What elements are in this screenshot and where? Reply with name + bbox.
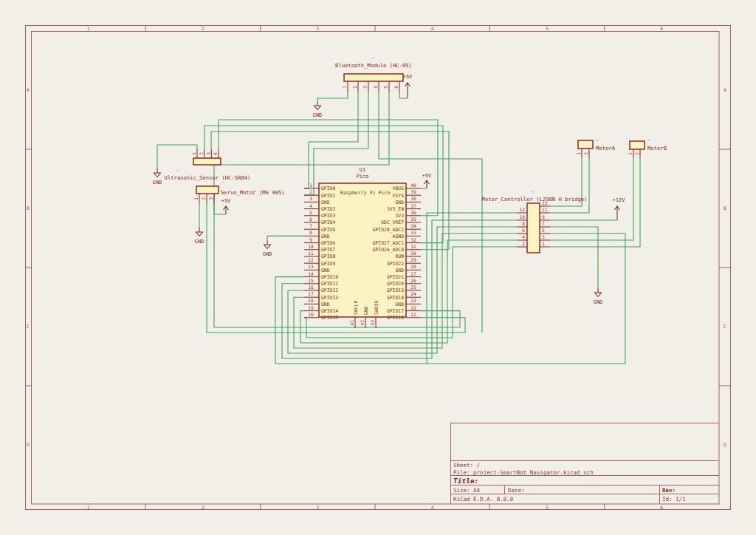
bluetooth-module-body[interactable] <box>344 74 403 81</box>
pin-name: GND <box>321 301 330 307</box>
pin-number: 36 <box>410 210 416 215</box>
power-gnd-label: GND <box>263 251 272 257</box>
pin-number: 3 <box>309 196 312 201</box>
grid-column-label: 2 <box>202 505 205 511</box>
pin-name: GND <box>395 268 404 273</box>
pin-name: GPIO10 <box>321 274 338 280</box>
pin-number: 11 <box>542 207 548 212</box>
pin-number: 11 <box>308 251 314 256</box>
wire[interactable] <box>304 92 368 195</box>
pin-name: GND <box>321 234 330 239</box>
pin-name: 3V3_EN <box>387 206 404 212</box>
wire[interactable] <box>304 92 358 188</box>
motor-controller-body[interactable] <box>527 203 540 253</box>
schematic-canvas[interactable]: Sheet: / File: project-SmartBot_Navigato… <box>0 0 756 535</box>
grid-row-label: A <box>724 87 726 93</box>
bluetooth-value-placeholder: ~ <box>371 55 374 61</box>
pin-number: 14 <box>308 271 314 276</box>
pin-name: GPIO28_ADC2 <box>373 227 404 233</box>
power-gnd-symbol[interactable]: GND <box>313 101 323 118</box>
pin-number: 21 <box>410 312 416 317</box>
grid-row-label: D <box>724 442 726 448</box>
motor-controller-value-placeholder: ~ <box>532 189 535 195</box>
pin-number: 1 <box>542 241 545 246</box>
pin-name: ADC_VREF <box>381 219 404 225</box>
pico-body-label: Raspberry Pi Pico <box>340 190 391 196</box>
power-5v-label: +5V <box>221 198 231 204</box>
wire[interactable] <box>267 236 304 240</box>
titleblock-sheet: Sheet: / <box>453 462 480 468</box>
pin-name: GND <box>363 306 369 315</box>
pin-number: 1 <box>193 197 199 200</box>
ultrasonic-label: Ultrasonic_Sensor (HC-SR04) <box>165 174 251 181</box>
grid-column-label: 4 <box>431 505 434 511</box>
pin-number: 9 <box>542 214 545 219</box>
bluetooth-label: Bluetooth_Module (HC-05) <box>335 62 412 69</box>
pin-name: GPIO3 <box>321 213 335 219</box>
power-gnd-label: GND <box>195 239 205 245</box>
power-gnd-symbol[interactable]: GND <box>594 288 603 305</box>
pin-number: 27 <box>410 271 416 276</box>
pico-value: Pico <box>357 174 369 180</box>
motor-b-body[interactable] <box>630 141 645 149</box>
pin-number: 18 <box>308 298 314 303</box>
pin-number: 1 <box>576 152 581 155</box>
pin-number: 1 <box>628 152 633 155</box>
pin-name: GPIO1 <box>321 193 335 199</box>
pin-name: GPIO4 <box>321 219 335 225</box>
grid-row-label: B <box>724 205 726 211</box>
pin-name: GPIO7 <box>321 247 335 253</box>
servo-label: Servo_Motor (MG 995) <box>221 189 285 196</box>
pin-name: GND <box>395 200 404 205</box>
pin-number: 1 <box>342 86 347 89</box>
pin-name: GPIO21 <box>387 274 404 280</box>
wire[interactable] <box>317 92 348 101</box>
pin-name: GPIO18 <box>387 295 404 301</box>
pin-name: GPIO17 <box>387 308 404 314</box>
servo-motor-body[interactable] <box>196 186 219 194</box>
grid-column-label: 1 <box>87 505 90 511</box>
wire[interactable] <box>157 145 197 168</box>
pin-number: 6 <box>522 228 525 233</box>
pin-number: 39 <box>410 189 416 194</box>
pin-number: 9 <box>309 237 312 242</box>
power-5v-symbol[interactable]: +5V <box>422 173 432 188</box>
title-block: Sheet: / File: project-SmartBot_Navigato… <box>451 423 719 504</box>
titleblock-sheet-id: Id: 1/1 <box>662 496 686 502</box>
wire[interactable] <box>550 158 589 213</box>
pin-name: GPIO19 <box>387 287 404 293</box>
ultrasonic-value-placeholder: ~ <box>176 168 179 174</box>
pin-number: 43 <box>370 320 375 326</box>
pin-number: 2 <box>201 197 206 200</box>
wire[interactable] <box>427 234 625 364</box>
ultrasonic-sensor-body[interactable] <box>193 158 221 165</box>
pin-name: SWCLK <box>353 301 359 315</box>
pin-number: 1 <box>191 152 196 155</box>
power-12v-symbol[interactable]: +12V <box>613 197 626 220</box>
pin-number: 19 <box>308 305 314 310</box>
pin-number: 7 <box>309 223 312 228</box>
motor-a-body[interactable] <box>578 140 593 149</box>
wire[interactable] <box>550 227 598 288</box>
power-gnd-symbol[interactable]: GND <box>153 168 162 185</box>
pin-number: 5 <box>542 228 545 233</box>
pin-number: 30 <box>410 251 416 256</box>
pin-number: 2 <box>634 152 639 155</box>
pin-name: GPIO20 <box>387 281 404 287</box>
grid-column-label: 1 <box>87 26 90 32</box>
pin-name: 3V3 <box>395 213 404 219</box>
pin-name: GPIO8 <box>321 253 335 259</box>
power-5v-symbol[interactable]: +5V <box>403 74 413 98</box>
pin-number: 38 <box>410 196 416 201</box>
pin-name: RUN <box>395 253 404 259</box>
power-gnd-symbol[interactable]: GND <box>263 240 272 257</box>
pin-number: 16 <box>308 284 314 290</box>
grid-row-label: D <box>27 442 30 448</box>
power-gnd-label: GND <box>594 299 603 305</box>
power-gnd-symbol[interactable]: GND <box>195 228 205 245</box>
power-5v-symbol[interactable]: +5V <box>221 198 231 214</box>
pin-number: 42 <box>360 320 365 326</box>
wire[interactable] <box>399 92 408 98</box>
pin-name: GND <box>395 301 404 307</box>
pin-number: 24 <box>410 291 416 296</box>
